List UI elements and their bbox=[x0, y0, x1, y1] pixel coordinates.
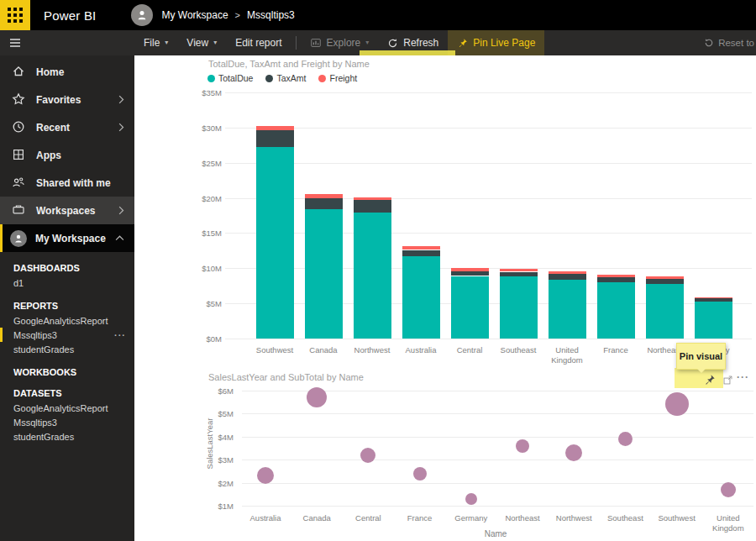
breadcrumb-workspace[interactable]: My Workspace bbox=[161, 9, 228, 21]
bar-segment-totaldue[interactable] bbox=[451, 276, 489, 339]
bar-segment-totaldue[interactable] bbox=[402, 256, 440, 339]
scatter-xtick: Canada bbox=[291, 513, 342, 523]
legend-dot bbox=[207, 75, 215, 82]
hamburger-icon bbox=[8, 36, 22, 50]
bar-gridline bbox=[225, 128, 752, 129]
file-menu-button[interactable]: File▾ bbox=[134, 30, 177, 55]
sidebar-item-workspaces[interactable]: Workspaces bbox=[0, 197, 134, 224]
bar-segment-taxamt[interactable] bbox=[549, 274, 586, 280]
sidebar-doc-studentgrades[interactable]: studentGrades bbox=[0, 429, 134, 444]
bar-segment-freight[interactable] bbox=[695, 297, 732, 298]
bar-segment-taxamt[interactable] bbox=[646, 279, 684, 284]
doc-label: GoogleAnalyticsReport bbox=[13, 403, 108, 413]
scatter-xtick: Central bbox=[343, 513, 393, 523]
sidebar-item-home[interactable]: Home bbox=[0, 58, 134, 86]
scatter-ytick: $6M bbox=[200, 386, 234, 396]
bar-xtick: Australia bbox=[396, 345, 445, 355]
sidebar-doc-mssqltips3[interactable]: Mssqltips3··· bbox=[0, 328, 134, 342]
scatter-gridline bbox=[242, 437, 753, 438]
sidebar-doc-googleanalyticsreport[interactable]: GoogleAnalyticsReport bbox=[0, 401, 134, 415]
bar-segment-freight[interactable] bbox=[451, 268, 489, 270]
bar-segment-freight[interactable] bbox=[549, 271, 586, 274]
bar-segment-freight[interactable] bbox=[354, 197, 391, 200]
sidebar-doc-googleanalyticsreport[interactable]: GoogleAnalyticsReport bbox=[0, 313, 134, 328]
bar-segment-totaldue[interactable] bbox=[597, 282, 635, 339]
bar-segment-totaldue[interactable] bbox=[500, 276, 538, 339]
sidebar-item-favorites[interactable]: Favorites bbox=[0, 86, 134, 113]
bar-segment-taxamt[interactable] bbox=[305, 198, 343, 209]
scatter-bubble-southeast[interactable] bbox=[618, 432, 633, 446]
sidebar-item-apps[interactable]: Apps bbox=[0, 141, 134, 169]
reset-to-default-button[interactable]: Reset to bbox=[699, 30, 756, 55]
bar-ytick: $35M bbox=[188, 88, 222, 97]
view-menu-button[interactable]: View▾ bbox=[177, 30, 226, 55]
sidebar-item-recent[interactable]: Recent bbox=[0, 113, 134, 141]
breadcrumb-report[interactable]: Mssqltips3 bbox=[247, 9, 295, 21]
bar-segment-totaldue[interactable] bbox=[549, 280, 586, 339]
nav-collapse-button[interactable] bbox=[8, 36, 27, 50]
scatter-bubble-northeast[interactable] bbox=[516, 439, 529, 453]
app-title: Power BI bbox=[44, 8, 96, 23]
sidebar-doc-studentgrades[interactable]: studentGrades bbox=[0, 342, 134, 356]
sidebar-section-dashboards: DASHBOARDS bbox=[0, 263, 134, 273]
legend-item-totaldue[interactable]: TotalDue bbox=[207, 73, 253, 83]
bar-segment-taxamt[interactable] bbox=[402, 250, 440, 257]
report-canvas: TotalDue, TaxAmt and Freight by Name Tot… bbox=[134, 55, 756, 541]
focus-mode-button[interactable] bbox=[722, 375, 733, 386]
caret-down-icon: ▾ bbox=[213, 39, 217, 46]
bar-segment-totaldue[interactable] bbox=[646, 284, 684, 339]
bar-segment-freight[interactable] bbox=[597, 275, 635, 277]
pin-visual-button[interactable] bbox=[703, 374, 716, 386]
sidebar-item-my-workspace[interactable]: My Workspace bbox=[0, 224, 134, 252]
pin-live-page-button[interactable]: Pin Live Page bbox=[448, 30, 544, 55]
bar-segment-totaldue[interactable] bbox=[695, 302, 732, 339]
pin-visual-tooltip: Pin visual bbox=[676, 343, 726, 370]
bar-segment-totaldue[interactable] bbox=[256, 147, 294, 339]
bar-ytick: $5M bbox=[188, 299, 222, 308]
pin-icon bbox=[703, 374, 716, 386]
pin-icon bbox=[457, 38, 468, 49]
bar-xtick: Northwest bbox=[348, 345, 396, 355]
legend-item-taxamt[interactable]: TaxAmt bbox=[265, 73, 306, 83]
scatter-bubble-france[interactable] bbox=[413, 467, 427, 481]
scatter-bubble-united-kingdom[interactable] bbox=[721, 482, 736, 497]
doc-label: studentGrades bbox=[13, 432, 74, 442]
bar-segment-taxamt[interactable] bbox=[451, 271, 489, 276]
bar-segment-taxamt[interactable] bbox=[500, 272, 538, 277]
sidebar-item-shared-with-me[interactable]: Shared with me bbox=[0, 169, 134, 197]
scatter-bubble-germany[interactable] bbox=[465, 493, 477, 505]
bar-segment-freight[interactable] bbox=[500, 269, 538, 271]
bar-segment-taxamt[interactable] bbox=[256, 130, 294, 147]
sidebar-doc-d1[interactable]: d1 bbox=[0, 276, 134, 290]
bar-segment-totaldue[interactable] bbox=[305, 209, 343, 339]
scatter-bubble-central[interactable] bbox=[360, 448, 375, 463]
workspace-icon bbox=[12, 203, 26, 218]
app-launcher-button[interactable] bbox=[0, 0, 30, 30]
bar-segment-freight[interactable] bbox=[402, 246, 440, 249]
sidebar-item-label: Shared with me bbox=[36, 177, 111, 189]
bar-segment-freight[interactable] bbox=[256, 126, 294, 130]
scatter-bubble-southwest[interactable] bbox=[665, 392, 689, 416]
scatter-bubble-australia[interactable] bbox=[257, 467, 274, 484]
legend-item-freight[interactable]: Freight bbox=[318, 73, 357, 83]
more-options-button[interactable]: ··· bbox=[737, 371, 749, 383]
bar-ytick: $30M bbox=[188, 123, 222, 133]
bar-segment-freight[interactable] bbox=[646, 276, 684, 279]
scatter-bubble-canada[interactable] bbox=[307, 387, 327, 407]
bar-segment-freight[interactable] bbox=[305, 194, 343, 197]
sidebar-doc-mssqltips3[interactable]: Mssqltips3 bbox=[0, 415, 134, 429]
bar-segment-taxamt[interactable] bbox=[695, 298, 732, 301]
apps-icon bbox=[12, 148, 26, 162]
sidebar-item-label: Home bbox=[36, 66, 64, 78]
edit-report-button[interactable]: Edit report bbox=[226, 30, 291, 55]
more-options-icon[interactable]: ··· bbox=[114, 330, 126, 340]
bar-gridline bbox=[225, 163, 752, 164]
bar-segment-taxamt[interactable] bbox=[354, 200, 391, 213]
bar-segment-totaldue[interactable] bbox=[354, 213, 391, 339]
bar-segment-taxamt[interactable] bbox=[597, 277, 635, 282]
scatter-bubble-northwest[interactable] bbox=[565, 444, 582, 461]
workspace-avatar[interactable] bbox=[131, 4, 153, 26]
scatter-ytick: $3M bbox=[200, 455, 234, 465]
scatter-xtick: Northwest bbox=[549, 513, 599, 523]
scatter-ytick: $4M bbox=[200, 433, 234, 442]
